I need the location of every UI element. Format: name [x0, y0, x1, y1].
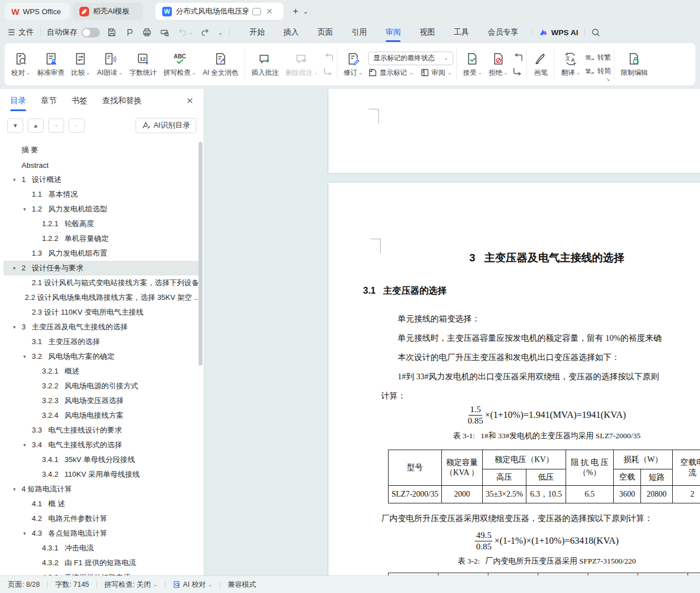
search-icon[interactable] — [591, 28, 601, 37]
document-tab[interactable]: W 分布式风电场低电压穿越故障 ✕ — [155, 3, 284, 20]
expand-arrow-icon[interactable]: ▾ — [23, 531, 32, 536]
review-pane-button[interactable]: 审阅 ⌄ — [420, 68, 452, 78]
toc-item[interactable]: ▾2 设计任务与要求 — [3, 261, 200, 276]
document-page-previous[interactable] — [328, 89, 700, 173]
expand-arrow-icon[interactable]: ▾ — [13, 324, 22, 330]
redo-icon[interactable] — [200, 27, 210, 37]
expand-arrow-icon[interactable]: ▾ — [23, 354, 32, 359]
toc-item[interactable]: 3.2.3 风电场变压器选择 — [3, 393, 200, 408]
print-preview-icon[interactable] — [159, 27, 170, 37]
expand-arrow-icon[interactable]: ▾ — [13, 177, 22, 183]
menu-reference[interactable]: 引用 — [352, 23, 367, 41]
export-pdf-icon[interactable] — [124, 27, 134, 37]
quick-access-chevron-icon[interactable]: ⌄ — [218, 29, 222, 36]
to-simplified-button[interactable]: 繁 转简 — [585, 66, 611, 76]
toc-item[interactable]: ▾1 设计概述 — [3, 172, 200, 187]
new-tab-button[interactable]: + — [293, 6, 298, 17]
word-count-button[interactable]: 12 字数统计 — [126, 50, 160, 79]
toc-item[interactable]: 3.4.1 35kV 单母线分段接线 — [3, 452, 200, 467]
toc-item[interactable]: 3.2.4 风电场电接线方案 — [3, 408, 200, 423]
toc-item[interactable]: ▾4 短路电流计算 — [3, 482, 200, 497]
close-tab-icon[interactable]: ✕ — [266, 7, 273, 16]
expand-arrow-icon[interactable]: ▾ — [23, 206, 32, 212]
toc-item[interactable]: 4.2 电路元件参数计算 — [3, 511, 200, 526]
menu-view[interactable]: 视图 — [420, 23, 435, 41]
menu-start[interactable]: 开始 — [250, 23, 265, 41]
ai-read-button[interactable]: AI朗读⌄ — [94, 50, 126, 79]
toc-item[interactable]: 4.1 概 述 — [3, 497, 200, 511]
tab-list-chevron-icon[interactable]: ⌄ — [303, 8, 308, 15]
wps-home-tab[interactable]: W WPS Office — [5, 3, 69, 20]
toc-previous-button[interactable]: ▲ — [28, 118, 44, 133]
expand-arrow-icon[interactable]: ▾ — [23, 442, 32, 448]
menu-page[interactable]: 页面 — [318, 23, 333, 41]
toc-item[interactable]: 4.3.3 系统提供的短路电流 — [3, 570, 200, 575]
toc-item[interactable]: ▾4.3 各点短路电流计算 — [3, 526, 200, 541]
document-canvas[interactable]: 3 主变压器及电气主接线的选择 3.1 主变压器的选择 单元接线的箱变选择： 单… — [204, 89, 700, 575]
menu-member[interactable]: 会员专享 — [488, 23, 518, 41]
translate-button[interactable]: 文A 翻译⌄ — [558, 50, 584, 79]
ai-proofread-button[interactable]: AI 校对 ⌄ — [173, 580, 213, 590]
menu-review[interactable]: 审阅 — [386, 23, 401, 41]
toc-item[interactable]: 1.3 风力发电机组布置 — [3, 246, 200, 261]
expand-arrow-icon[interactable]: ▾ — [13, 486, 22, 492]
expand-arrow-icon[interactable]: ▾ — [13, 265, 22, 271]
word-count-indicator[interactable]: 字数: 7145 — [55, 580, 89, 590]
toc-item[interactable]: 3.1 主变压器的选择 — [3, 334, 200, 349]
document-page-current[interactable]: 3 主变压器及电气主接线的选择 3.1 主变压器的选择 单元接线的箱变选择： 单… — [328, 183, 700, 575]
toc-item[interactable]: 2.2 设计风电场集电线路接线方案，选择 35KV 架空 ... — [3, 290, 200, 305]
spell-check-button[interactable]: ABC 拼写检查⌄ — [160, 50, 200, 79]
reject-button[interactable]: 拒绝⌄ — [486, 50, 512, 79]
tab-session-icon[interactable] — [252, 8, 261, 15]
close-sidebar-icon[interactable]: ✕ — [186, 96, 193, 106]
previous-change-icon[interactable] — [512, 53, 524, 62]
ai-recognize-toc-button[interactable]: AI识别目录 — [136, 118, 196, 133]
toc-item[interactable]: 4.3.1 冲击电流 — [3, 541, 200, 556]
toc-item[interactable]: 3.2.1 概述 — [3, 364, 200, 379]
tab-find-replace[interactable]: 查找和替换 — [102, 90, 142, 112]
proofread-button[interactable]: 校对⌄ — [8, 50, 34, 79]
toc-item[interactable]: 3.2.2 风电场电源的引接方式 — [3, 379, 200, 393]
tab-bookmarks[interactable]: 书签 — [71, 90, 87, 112]
toc-item[interactable]: 4.3.2 由 F1 提供的短路电流 — [3, 556, 200, 570]
spellcheck-status[interactable]: 拼写检查: 关闭 ⌄ — [104, 580, 158, 590]
toc-item[interactable]: 3.4.2 110KV 采用单母线接线 — [3, 467, 200, 482]
toc-item[interactable]: 摘 要 — [3, 143, 200, 158]
print-icon[interactable] — [142, 27, 152, 37]
toc-item[interactable]: 1.1 基本情况 — [3, 187, 200, 202]
autosave-toggle[interactable] — [82, 28, 100, 37]
toc-next-button[interactable]: ▼ — [7, 118, 23, 133]
restrict-edit-button[interactable]: 限制编辑 — [617, 50, 651, 79]
template-tab[interactable]: 稻壳AI模板 — [73, 3, 143, 20]
to-traditional-button[interactable]: 简 转繁 — [585, 53, 611, 62]
ai-polish-button[interactable]: AI 全文润色 — [200, 50, 242, 79]
toc-item[interactable]: ▾3 主变压器及电气主接线的选择 — [3, 320, 200, 334]
show-markup-button[interactable]: 显示标记 ⌄ — [368, 68, 414, 78]
wps-ai-button[interactable]: WPS AI — [539, 28, 579, 37]
toc-item[interactable]: ▾3.2 风电场电方案的确定 — [3, 349, 200, 364]
sidebar-scrollbar[interactable] — [199, 142, 203, 366]
toc-item[interactable]: 1.2.2 单机容量确定 — [3, 231, 200, 246]
toc-item[interactable]: 1.2.1 轮毂高度 — [3, 217, 200, 231]
compare-button[interactable]: 比较⌄ — [68, 50, 94, 79]
accept-button[interactable]: 接受⌄ — [459, 50, 486, 79]
toc-item[interactable]: 2.3 设计 110KV 变电所电气主接线 — [3, 305, 200, 320]
revise-button[interactable]: 修订⌄ — [340, 50, 366, 79]
menu-tools[interactable]: 工具 — [454, 23, 469, 41]
markup-state-select[interactable]: 显示标记的最终状态 ⌄ — [368, 52, 453, 65]
insert-comment-button[interactable]: 插入批注 — [248, 50, 282, 79]
tab-chapters[interactable]: 章节 — [41, 90, 57, 112]
next-change-icon[interactable] — [512, 66, 524, 75]
toc-item[interactable]: ▾1.2 风力发电机组选型 — [3, 202, 200, 217]
toc-item[interactable]: 3.3 电气主接线设计的要求 — [3, 423, 200, 438]
standard-review-button[interactable]: 标准审查 — [34, 50, 68, 79]
toc-item[interactable]: ▾3.4 电气主接线形式的选择 — [3, 438, 200, 452]
toc-item[interactable]: Abstract — [3, 158, 200, 172]
save-icon[interactable] — [107, 27, 117, 37]
tab-contents[interactable]: 目录 — [10, 90, 26, 112]
menu-insert[interactable]: 插入 — [284, 23, 299, 41]
group-expand-icon[interactable]: ↘ — [605, 76, 610, 82]
page-indicator[interactable]: 页面: 8/28 — [8, 580, 40, 590]
hamburger-icon[interactable]: ☰ — [8, 28, 15, 37]
toc-item[interactable]: 2.1 设计风机与箱式变电站接线方案，选择下列设备 — [3, 276, 200, 290]
